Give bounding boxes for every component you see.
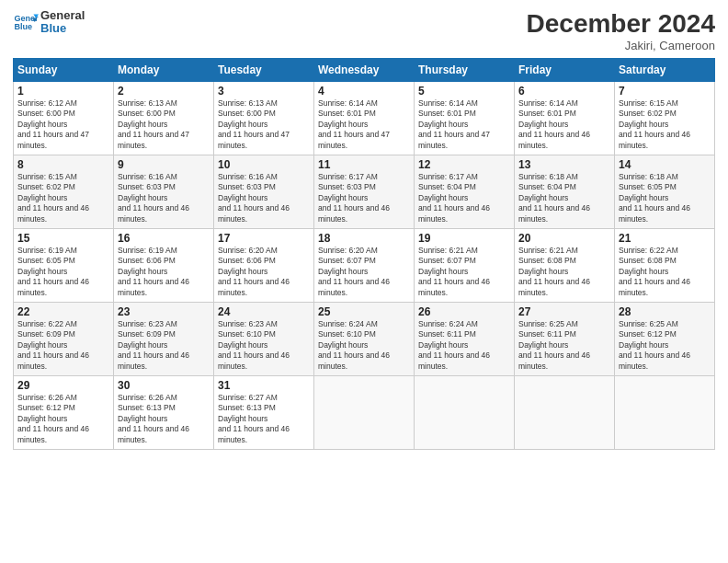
calendar-page: General Blue General Blue December 2024 … — [0, 0, 728, 563]
week-row-2: 8 Sunrise: 6:15 AMSunset: 6:02 PMDayligh… — [14, 155, 715, 229]
calendar-cell: 19 Sunrise: 6:21 AMSunset: 6:07 PMDaylig… — [415, 229, 515, 303]
cell-info: Sunrise: 6:14 AMSunset: 6:01 PMDaylight … — [418, 98, 510, 151]
calendar-cell: 27 Sunrise: 6:25 AMSunset: 6:11 PMDaylig… — [515, 303, 615, 376]
cell-info: Sunrise: 6:17 AMSunset: 6:03 PMDaylight … — [318, 172, 410, 224]
calendar-cell — [314, 376, 415, 450]
location: Jakiri, Cameroon — [527, 39, 715, 52]
header: General Blue General Blue December 2024 … — [13, 9, 715, 52]
day-number: 1 — [17, 85, 109, 98]
day-number: 13 — [518, 158, 610, 171]
calendar-cell: 22 Sunrise: 6:22 AMSunset: 6:09 PMDaylig… — [14, 303, 114, 376]
day-number: 9 — [118, 158, 210, 171]
cell-info: Sunrise: 6:16 AMSunset: 6:03 PMDaylight … — [118, 172, 210, 224]
weekday-header-wednesday: Wednesday — [314, 59, 415, 82]
cell-info: Sunrise: 6:20 AMSunset: 6:07 PMDaylight … — [318, 246, 410, 298]
calendar-cell: 8 Sunrise: 6:15 AMSunset: 6:02 PMDayligh… — [14, 155, 114, 229]
day-number: 22 — [17, 305, 109, 318]
cell-info: Sunrise: 6:22 AMSunset: 6:09 PMDaylight … — [17, 319, 109, 372]
calendar-cell: 15 Sunrise: 6:19 AMSunset: 6:05 PMDaylig… — [14, 229, 114, 303]
day-number: 3 — [218, 85, 310, 98]
week-row-3: 15 Sunrise: 6:19 AMSunset: 6:05 PMDaylig… — [14, 229, 715, 303]
day-number: 16 — [118, 232, 210, 245]
cell-info: Sunrise: 6:23 AMSunset: 6:10 PMDaylight … — [218, 319, 310, 372]
cell-info: Sunrise: 6:13 AMSunset: 6:00 PMDaylight … — [218, 98, 310, 151]
day-number: 7 — [619, 85, 711, 98]
day-number: 12 — [418, 158, 510, 171]
calendar-cell: 13 Sunrise: 6:18 AMSunset: 6:04 PMDaylig… — [515, 155, 615, 229]
cell-info: Sunrise: 6:18 AMSunset: 6:05 PMDaylight … — [619, 172, 711, 224]
day-number: 29 — [17, 379, 109, 392]
weekday-header-thursday: Thursday — [415, 59, 515, 82]
calendar-cell: 20 Sunrise: 6:21 AMSunset: 6:08 PMDaylig… — [515, 229, 615, 303]
calendar-cell: 30 Sunrise: 6:26 AMSunset: 6:13 PMDaylig… — [114, 376, 214, 450]
calendar-cell: 7 Sunrise: 6:15 AMSunset: 6:02 PMDayligh… — [615, 82, 715, 155]
day-number: 23 — [118, 305, 210, 318]
calendar-cell: 5 Sunrise: 6:14 AMSunset: 6:01 PMDayligh… — [415, 82, 515, 155]
calendar-cell: 2 Sunrise: 6:13 AMSunset: 6:00 PMDayligh… — [114, 82, 214, 155]
cell-info: Sunrise: 6:15 AMSunset: 6:02 PMDaylight … — [619, 98, 711, 151]
weekday-header-row: SundayMondayTuesdayWednesdayThursdayFrid… — [14, 59, 715, 82]
weekday-header-monday: Monday — [114, 59, 214, 82]
calendar-cell: 31 Sunrise: 6:27 AMSunset: 6:13 PMDaylig… — [214, 376, 314, 450]
day-number: 17 — [218, 232, 310, 245]
cell-info: Sunrise: 6:20 AMSunset: 6:06 PMDaylight … — [218, 246, 310, 298]
calendar-cell: 24 Sunrise: 6:23 AMSunset: 6:10 PMDaylig… — [214, 303, 314, 376]
day-number: 6 — [518, 85, 610, 98]
cell-info: Sunrise: 6:25 AMSunset: 6:12 PMDaylight … — [619, 319, 711, 372]
calendar-cell: 16 Sunrise: 6:19 AMSunset: 6:06 PMDaylig… — [114, 229, 214, 303]
cell-info: Sunrise: 6:12 AMSunset: 6:00 PMDaylight … — [17, 98, 109, 151]
logo-text: General Blue — [40, 9, 85, 36]
day-number: 28 — [619, 305, 711, 318]
cell-info: Sunrise: 6:14 AMSunset: 6:01 PMDaylight … — [318, 98, 410, 151]
day-number: 11 — [318, 158, 410, 171]
day-number: 2 — [118, 85, 210, 98]
cell-info: Sunrise: 6:19 AMSunset: 6:06 PMDaylight … — [118, 246, 210, 298]
weekday-header-saturday: Saturday — [615, 59, 715, 82]
calendar-cell: 1 Sunrise: 6:12 AMSunset: 6:00 PMDayligh… — [14, 82, 114, 155]
calendar-cell — [415, 376, 515, 450]
day-number: 24 — [218, 305, 310, 318]
day-number: 21 — [619, 232, 711, 245]
cell-info: Sunrise: 6:25 AMSunset: 6:11 PMDaylight … — [518, 319, 610, 372]
cell-info: Sunrise: 6:21 AMSunset: 6:07 PMDaylight … — [418, 246, 510, 298]
logo: General Blue General Blue — [13, 9, 85, 36]
weekday-header-sunday: Sunday — [14, 59, 114, 82]
day-number: 8 — [17, 158, 109, 171]
calendar-cell — [515, 376, 615, 450]
cell-info: Sunrise: 6:24 AMSunset: 6:10 PMDaylight … — [318, 319, 410, 372]
cell-info: Sunrise: 6:13 AMSunset: 6:00 PMDaylight … — [118, 98, 210, 151]
cell-info: Sunrise: 6:26 AMSunset: 6:13 PMDaylight … — [118, 393, 210, 445]
logo-icon: General Blue — [13, 9, 39, 35]
title-block: December 2024 Jakiri, Cameroon — [527, 9, 715, 52]
day-number: 25 — [318, 305, 410, 318]
week-row-5: 29 Sunrise: 6:26 AMSunset: 6:12 PMDaylig… — [14, 376, 715, 450]
day-number: 31 — [218, 379, 310, 392]
day-number: 15 — [17, 232, 109, 245]
cell-info: Sunrise: 6:24 AMSunset: 6:11 PMDaylight … — [418, 319, 510, 372]
calendar-cell: 23 Sunrise: 6:23 AMSunset: 6:09 PMDaylig… — [114, 303, 214, 376]
calendar-cell: 25 Sunrise: 6:24 AMSunset: 6:10 PMDaylig… — [314, 303, 415, 376]
day-number: 18 — [318, 232, 410, 245]
cell-info: Sunrise: 6:23 AMSunset: 6:09 PMDaylight … — [118, 319, 210, 372]
calendar-cell: 3 Sunrise: 6:13 AMSunset: 6:00 PMDayligh… — [214, 82, 314, 155]
cell-info: Sunrise: 6:18 AMSunset: 6:04 PMDaylight … — [518, 172, 610, 224]
calendar-cell: 18 Sunrise: 6:20 AMSunset: 6:07 PMDaylig… — [314, 229, 415, 303]
day-number: 10 — [218, 158, 310, 171]
calendar-cell: 21 Sunrise: 6:22 AMSunset: 6:08 PMDaylig… — [615, 229, 715, 303]
calendar-cell: 9 Sunrise: 6:16 AMSunset: 6:03 PMDayligh… — [114, 155, 214, 229]
calendar-cell: 17 Sunrise: 6:20 AMSunset: 6:06 PMDaylig… — [214, 229, 314, 303]
calendar-cell: 11 Sunrise: 6:17 AMSunset: 6:03 PMDaylig… — [314, 155, 415, 229]
svg-text:Blue: Blue — [14, 23, 32, 32]
calendar-cell: 29 Sunrise: 6:26 AMSunset: 6:12 PMDaylig… — [14, 376, 114, 450]
weekday-header-tuesday: Tuesday — [214, 59, 314, 82]
calendar-cell: 12 Sunrise: 6:17 AMSunset: 6:04 PMDaylig… — [415, 155, 515, 229]
calendar-cell: 28 Sunrise: 6:25 AMSunset: 6:12 PMDaylig… — [615, 303, 715, 376]
weekday-header-friday: Friday — [515, 59, 615, 82]
cell-info: Sunrise: 6:15 AMSunset: 6:02 PMDaylight … — [17, 172, 109, 224]
day-number: 27 — [518, 305, 610, 318]
calendar-cell: 4 Sunrise: 6:14 AMSunset: 6:01 PMDayligh… — [314, 82, 415, 155]
day-number: 30 — [118, 379, 210, 392]
calendar-cell: 10 Sunrise: 6:16 AMSunset: 6:03 PMDaylig… — [214, 155, 314, 229]
calendar-cell: 26 Sunrise: 6:24 AMSunset: 6:11 PMDaylig… — [415, 303, 515, 376]
week-row-4: 22 Sunrise: 6:22 AMSunset: 6:09 PMDaylig… — [14, 303, 715, 376]
